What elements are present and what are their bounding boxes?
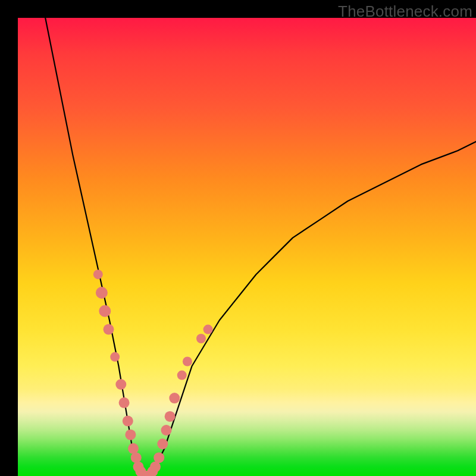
highlight-dot: [150, 462, 161, 472]
plot-area: [18, 18, 476, 476]
highlight-dot: [169, 393, 180, 403]
chart-frame: TheBottleneck.com: [0, 0, 476, 476]
highlight-dots-group: [93, 270, 213, 476]
highlight-dot: [157, 439, 168, 449]
highlight-dot: [196, 334, 206, 343]
highlight-dot: [93, 270, 103, 279]
highlight-dot: [165, 411, 176, 422]
highlight-dot: [177, 371, 187, 380]
highlight-dot: [161, 425, 172, 436]
highlight-dot: [183, 357, 192, 367]
highlight-dot: [203, 325, 213, 334]
highlight-dot: [125, 430, 136, 440]
highlight-dot: [123, 416, 133, 427]
highlight-dot: [128, 443, 139, 454]
highlight-dot: [154, 452, 164, 463]
chart-svg: [18, 18, 476, 476]
highlight-dot: [104, 324, 114, 335]
highlight-dot: [110, 352, 120, 362]
highlight-dot: [96, 287, 108, 299]
highlight-dot: [131, 452, 142, 463]
highlight-dot: [115, 379, 126, 390]
watermark-text: TheBottleneck.com: [338, 2, 472, 21]
highlight-dot: [119, 397, 130, 408]
bottleneck-curve: [45, 18, 476, 476]
highlight-dot: [99, 305, 111, 317]
